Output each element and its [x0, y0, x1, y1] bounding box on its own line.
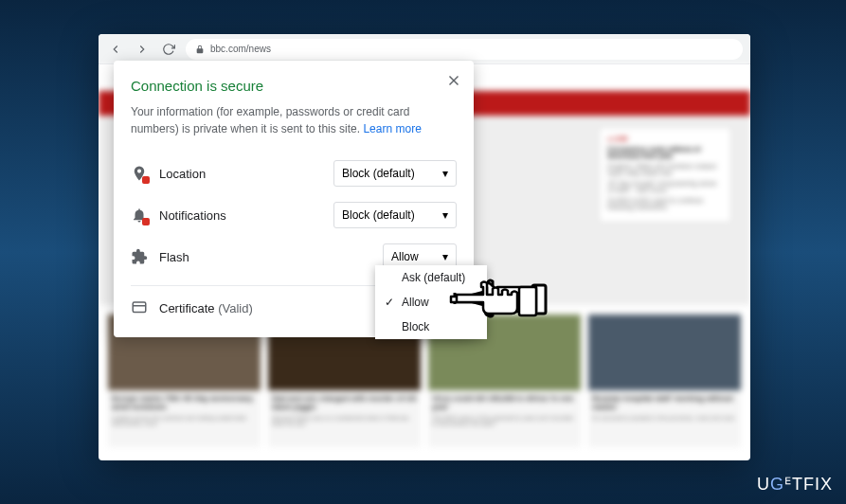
permission-label: Flash — [159, 250, 371, 264]
bell-icon — [131, 207, 148, 224]
article-desc: Leaders across the continent are holding… — [108, 415, 261, 426]
article-title: Dad and son charged with murder of US bl… — [268, 390, 421, 415]
learn-more-link[interactable]: Learn more — [363, 122, 421, 135]
permission-label: Location — [159, 167, 322, 181]
url-bar[interactable]: bbc.com/news — [186, 39, 743, 60]
live-item: Scottish public urged to continue follow… — [607, 197, 723, 210]
article-title: Russian hospital staff 'working without … — [588, 390, 741, 415]
forward-button[interactable] — [133, 40, 152, 59]
popup-description: Your information (for example, passwords… — [131, 103, 457, 137]
close-icon[interactable] — [445, 72, 462, 89]
certificate-label: Certificate (Valid) — [159, 301, 253, 315]
location-icon — [131, 165, 148, 182]
watermark: UGᴱTFIX — [757, 474, 833, 495]
article-title: Europe marks 75th VE Day anniversary ami… — [108, 390, 261, 415]
select-value: Block (default) — [342, 167, 415, 180]
reload-button[interactable] — [159, 40, 178, 59]
notifications-select[interactable]: Block (default) ▾ — [333, 202, 457, 228]
svg-rect-2 — [133, 302, 146, 313]
certificate-status: (Valid) — [218, 301, 253, 315]
article-title: Virus could kill 190,000 in Africa 'in o… — [428, 390, 581, 415]
certificate-icon — [131, 299, 148, 316]
chevron-down-icon: ▾ — [442, 167, 448, 180]
live-headline: Coronavirus costs millions of Americans … — [607, 146, 723, 159]
puzzle-icon — [131, 248, 148, 265]
back-button[interactable] — [106, 40, 125, 59]
location-select[interactable]: Block (default) ▾ — [333, 160, 457, 187]
chevron-down-icon: ▾ — [442, 208, 448, 222]
chevron-down-icon: ▾ — [442, 250, 448, 263]
svg-rect-9 — [519, 287, 536, 315]
permission-label: Notifications — [159, 208, 322, 223]
live-item: VE Day brought 'overpowering sense of re… — [607, 180, 723, 193]
article-desc: As coronavirus spreads in the provinces,… — [588, 415, 741, 421]
permission-notifications-row: Notifications Block (default) ▾ — [131, 194, 457, 236]
live-item: England, Wales and Northern Ireland repo… — [607, 163, 723, 176]
article-desc: Ahmaud Arbery was on a residential stree… — [268, 415, 421, 426]
article-desc: The WHO warns of the potential for years… — [428, 415, 581, 426]
pointing-hand-icon — [445, 270, 549, 331]
url-text: bbc.com/news — [210, 44, 271, 54]
article-card: Russian hospital staff 'working without … — [588, 315, 741, 447]
select-value: Allow — [391, 250, 419, 263]
lock-icon — [195, 45, 205, 54]
live-badge: ● LIVE — [607, 135, 723, 142]
select-value: Block (default) — [342, 208, 415, 222]
live-sidebar: ● LIVE Coronavirus costs millions of Ame… — [599, 127, 731, 223]
popup-title: Connection is secure — [131, 78, 457, 94]
permission-location-row: Location Block (default) ▾ — [131, 153, 457, 194]
